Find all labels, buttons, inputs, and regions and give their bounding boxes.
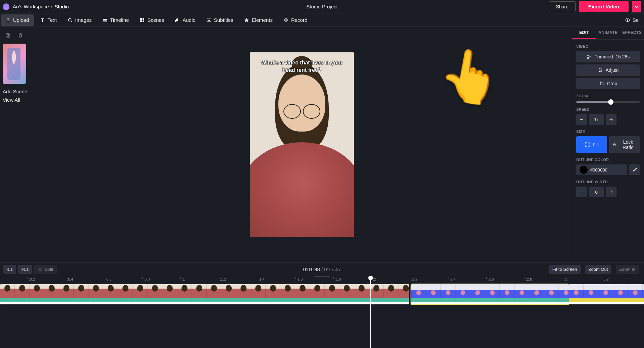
svg-point-11 — [285, 19, 287, 21]
outline-width-label: OUTLINE WIDTH — [576, 180, 640, 184]
zoom-in-button[interactable]: Zoom In — [616, 265, 639, 274]
record-label: Record — [291, 17, 307, 23]
add-scene-link[interactable]: Add Scene — [3, 87, 29, 96]
view-all-link[interactable]: View All — [3, 96, 29, 104]
scene-thumbnail[interactable] — [3, 44, 26, 84]
workspace-link[interactable]: Ari's Workspace — [13, 4, 49, 9]
chevron-down-icon — [634, 4, 639, 9]
video-section-label: VIDEO — [576, 44, 640, 48]
clip-frame — [384, 284, 398, 298]
zoom-slider[interactable] — [576, 101, 640, 103]
clip-frame — [339, 284, 354, 298]
video-clip-2[interactable] — [411, 284, 569, 304]
outline-width-increase[interactable]: + — [606, 187, 616, 197]
images-button[interactable]: Images — [63, 14, 96, 26]
zoom-slider-thumb[interactable] — [608, 99, 613, 105]
svg-rect-3 — [140, 18, 142, 20]
audio-icon — [175, 17, 180, 23]
clip-frame — [598, 284, 613, 298]
delete-button[interactable] — [15, 30, 25, 40]
clip-frame — [310, 284, 325, 298]
speed-increase[interactable]: + — [606, 114, 616, 125]
clip-frame — [0, 284, 15, 298]
header-bar: Ari's Workspace › Studio Studio Project … — [0, 0, 644, 13]
timeline-icon — [102, 17, 108, 23]
audio-button[interactable]: Audio — [170, 14, 200, 26]
clip-frame — [59, 284, 74, 298]
adjust-button[interactable]: Adjust — [576, 64, 640, 76]
outline-color-value: #000000 — [590, 167, 607, 172]
settings-button[interactable]: Se — [620, 14, 643, 26]
scenes-button[interactable]: Scenes — [135, 14, 169, 26]
eyedropper-button[interactable] — [629, 164, 640, 175]
project-title[interactable]: Studio Project — [306, 4, 337, 9]
trim-button[interactable]: Trimmed: 15.28s — [576, 51, 640, 62]
export-dropdown[interactable] — [632, 1, 641, 12]
outline-color-field[interactable]: #000000 — [576, 164, 627, 175]
record-button[interactable]: Record — [279, 14, 312, 26]
clip-frame — [177, 284, 192, 298]
ruler-tick: :1.8 — [335, 277, 341, 281]
clip-frame — [148, 284, 162, 298]
svg-rect-22 — [40, 268, 42, 271]
lock-icon — [612, 142, 616, 147]
share-button[interactable]: Share — [549, 1, 575, 12]
video-clip-1[interactable] — [0, 284, 409, 304]
crop-button[interactable]: Crop — [576, 78, 640, 89]
copy-icon — [5, 33, 10, 38]
clip-frame — [221, 284, 236, 298]
minus-5s-button[interactable]: -5s — [3, 265, 16, 274]
clip-frame — [207, 284, 221, 298]
right-tabs: EDIT ANIMATE EFFECTS — [572, 27, 644, 40]
svg-rect-2 — [103, 20, 107, 21]
ruler-tick: :0.8 — [144, 277, 150, 281]
outline-width-decrease[interactable]: − — [576, 187, 587, 197]
record-icon — [283, 17, 289, 23]
split-label: Split — [45, 267, 53, 272]
timeline-tracks[interactable] — [0, 284, 644, 304]
gear-icon — [625, 17, 630, 23]
speed-decrease[interactable]: − — [576, 114, 587, 125]
svg-point-17 — [599, 68, 600, 69]
upload-button[interactable]: Upload — [1, 14, 34, 26]
timeline-controls: -5s +5s Split 0:01.98 / 0:17.47 Fit to S… — [0, 262, 644, 276]
speed-value: 1x — [589, 114, 604, 125]
clip-frame — [455, 284, 470, 298]
crop-icon — [599, 81, 604, 86]
timeline[interactable]: :0.2:0.4:0.6:0.8:1:1.2:1.4:1.6:1.8:2:2.2… — [0, 276, 644, 348]
ruler-tick: :1.2 — [220, 277, 226, 281]
timeline-ruler[interactable]: :0.2:0.4:0.6:0.8:1:1.2:1.4:1.6:1.8:2:2.2… — [0, 276, 644, 283]
timeline-label: Timeline — [110, 17, 129, 23]
ruler-tick: :2.6 — [488, 277, 494, 281]
duplicate-button[interactable] — [3, 30, 13, 40]
avatar[interactable] — [3, 3, 9, 10]
video-clip-3[interactable] — [569, 284, 644, 304]
canvas-area[interactable]: What's a video that lives in your head r… — [32, 27, 572, 262]
ruler-tick: :0.6 — [105, 277, 111, 281]
subtitles-button[interactable]: Subtitles — [202, 14, 238, 26]
audio-waveform-2 — [411, 298, 569, 304]
trash-icon — [18, 33, 23, 38]
split-button[interactable]: Split — [34, 265, 56, 274]
crumb-studio[interactable]: Studio — [55, 4, 69, 9]
sliders-icon — [598, 67, 603, 73]
svg-rect-4 — [143, 18, 144, 20]
zoom-out-button[interactable]: Zoom Out — [585, 265, 611, 274]
tab-effects[interactable]: EFFECTS — [620, 27, 644, 39]
right-panel: EDIT ANIMATE EFFECTS VIDEO Trimmed: 15.2… — [572, 27, 644, 262]
export-button[interactable]: Export Video — [579, 1, 629, 12]
video-preview[interactable]: What's a video that lives in your head r… — [250, 52, 354, 237]
tab-animate[interactable]: ANIMATE — [596, 27, 620, 39]
timeline-button[interactable]: Timeline — [98, 14, 133, 26]
toolbar: Upload Text Images Timeline Scenes Audio… — [0, 13, 644, 27]
elements-button[interactable]: Elements — [239, 14, 277, 26]
plus-5s-button[interactable]: +5s — [18, 265, 32, 274]
fit-to-screen-button[interactable]: Fit to Screen — [549, 265, 581, 274]
clip-frame — [441, 284, 455, 298]
lock-ratio-button[interactable]: Lock Ratio — [609, 136, 640, 153]
clip-frame — [584, 284, 598, 298]
fill-button[interactable]: Fill — [576, 136, 607, 153]
clip-frame — [369, 284, 384, 298]
text-button[interactable]: Text — [35, 14, 62, 26]
tab-edit[interactable]: EDIT — [572, 27, 596, 39]
